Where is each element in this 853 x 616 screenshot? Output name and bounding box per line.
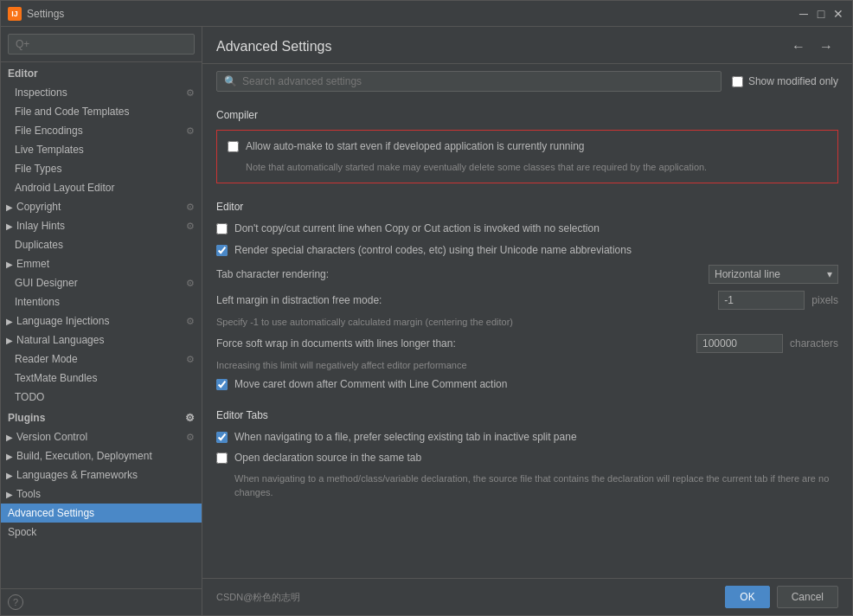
sidebar-item-spock[interactable]: Spock (1, 523, 202, 542)
search-bar: 🔍 (216, 71, 722, 92)
cancel-button[interactable]: Cancel (777, 586, 838, 608)
allow-auto-make-checkbox[interactable] (228, 141, 239, 152)
sidebar-item-file-types[interactable]: File Types (1, 159, 202, 178)
sidebar-search-input[interactable] (8, 34, 195, 55)
search-icon: 🔍 (224, 75, 237, 87)
dropdown-chevron-icon: ▾ (827, 268, 832, 280)
sidebar-item-file-code-templates[interactable]: File and Code Templates (1, 102, 202, 121)
render-special-row: Render special characters (control codes… (216, 243, 838, 258)
sidebar-item-android-layout-editor[interactable]: Android Layout Editor (1, 178, 202, 197)
move-caret-row: Move caret down after Comment with Line … (216, 377, 838, 392)
compiler-section-title: Compiler (216, 109, 838, 121)
main-toolbar: 🔍 Show modified only (202, 64, 852, 99)
sidebar-item-inspections[interactable]: Inspections ⚙ (1, 83, 202, 102)
file-encodings-icon: ⚙ (186, 125, 195, 137)
window-controls: ─ □ ✕ (797, 7, 845, 21)
sidebar-section-plugins: Plugins ⚙ (1, 407, 202, 427)
no-copy-cut-label: Don't copy/cut current line when Copy or… (234, 221, 600, 236)
watermark: CSDN@粉色的志明 (216, 591, 718, 604)
inspections-icon: ⚙ (186, 87, 195, 99)
allow-auto-make-label: Allow auto-make to start even if develop… (246, 139, 585, 154)
force-soft-wrap-unit: characters (790, 337, 838, 350)
no-copy-cut-checkbox[interactable] (216, 223, 228, 234)
open-declaration-same-tab-checkbox[interactable] (216, 452, 228, 464)
nav-buttons: ← → (786, 37, 838, 56)
inlay-hints-icon: ⚙ (186, 221, 195, 232)
sidebar-item-duplicates[interactable]: Duplicates (1, 235, 202, 254)
sidebar-item-reader-mode[interactable]: Reader Mode ⚙ (1, 350, 202, 369)
prefer-existing-tab-checkbox[interactable] (216, 432, 228, 443)
prefer-existing-tab-label: When navigating to a file, prefer select… (234, 430, 577, 445)
allow-auto-make-desc: Note that automatically started make may… (246, 161, 827, 174)
minimize-button[interactable]: ─ (797, 7, 811, 21)
title-bar: IJ Settings ─ □ ✕ (1, 1, 852, 27)
page-title: Advanced Settings (216, 39, 331, 55)
editor-section-title: Editor (216, 201, 838, 213)
sidebar-item-emmet[interactable]: ▶ Emmet (1, 254, 202, 273)
sidebar-item-intentions[interactable]: Intentions (1, 292, 202, 311)
sidebar-item-tools[interactable]: ▶ Tools (1, 484, 202, 504)
sidebar-item-build-execution[interactable]: ▶ Build, Execution, Deployment (1, 446, 202, 465)
force-soft-wrap-input[interactable] (696, 334, 783, 353)
gui-designer-icon: ⚙ (186, 278, 195, 289)
copyright-chevron: ▶ (6, 202, 13, 212)
close-button[interactable]: ✕ (831, 7, 845, 21)
emmet-chevron: ▶ (6, 260, 13, 269)
open-declaration-same-tab-row: Open declaration source in the same tab (216, 451, 838, 465)
left-margin-hint: Specify -1 to use automatically calculat… (216, 317, 838, 327)
sidebar-item-textmate-bundles[interactable]: TextMate Bundles (1, 369, 202, 388)
tab-rendering-row: Tab character rendering: Horizontal line… (216, 265, 838, 284)
help-button[interactable]: ? (8, 594, 23, 610)
language-injections-chevron: ▶ (6, 317, 13, 326)
sidebar-section-editor: Editor (1, 62, 202, 83)
version-control-chevron: ▶ (6, 433, 13, 442)
render-special-checkbox[interactable] (216, 245, 228, 256)
tab-rendering-dropdown[interactable]: Horizontal line ▾ (709, 265, 838, 284)
sidebar-item-languages-frameworks[interactable]: ▶ Languages & Frameworks (1, 465, 202, 484)
window-title: Settings (27, 8, 797, 20)
main-header: Advanced Settings ← → (202, 27, 852, 64)
no-copy-cut-row: Don't copy/cut current line when Copy or… (216, 221, 838, 236)
tab-rendering-value: Horizontal line (715, 268, 780, 280)
sidebar-item-natural-languages[interactable]: ▶ Natural Languages (1, 330, 202, 350)
sidebar-item-todo[interactable]: TODO (1, 388, 202, 407)
nav-forward-button[interactable]: → (814, 37, 838, 56)
left-margin-label: Left margin in distraction free mode: (216, 294, 711, 306)
sidebar-item-inlay-hints[interactable]: ▶ Inlay Hints ⚙ (1, 216, 202, 235)
sidebar-item-copyright[interactable]: ▶ Copyright ⚙ (1, 197, 202, 216)
left-margin-row: Left margin in distraction free mode: pi… (216, 291, 838, 310)
nav-back-button[interactable]: ← (786, 37, 811, 56)
search-input[interactable] (242, 75, 714, 87)
language-injections-icon: ⚙ (186, 316, 195, 327)
ok-button[interactable]: OK (725, 586, 769, 608)
left-margin-input[interactable] (718, 291, 805, 310)
move-caret-label: Move caret down after Comment with Line … (234, 377, 507, 392)
maximize-button[interactable]: □ (814, 7, 828, 21)
show-modified-label[interactable]: Show modified only (748, 75, 838, 87)
force-soft-wrap-hint: Increasing this limit will negatively af… (216, 360, 838, 370)
languages-frameworks-chevron: ▶ (6, 471, 13, 480)
move-caret-checkbox[interactable] (216, 379, 228, 390)
plugins-icon: ⚙ (185, 412, 195, 424)
sidebar-search-container (1, 27, 202, 62)
footer: CSDN@粉色的志明 OK Cancel (202, 578, 852, 615)
sidebar-item-gui-designer[interactable]: GUI Designer ⚙ (1, 273, 202, 292)
editor-tabs-section-title: Editor Tabs (216, 409, 838, 421)
editor-section: Editor Don't copy/cut current line when … (216, 201, 838, 391)
open-declaration-same-tab-desc: When navigating to a method/class/variab… (234, 472, 838, 499)
sidebar-bottom: ? (1, 588, 202, 615)
sidebar-item-live-templates[interactable]: Live Templates (1, 140, 202, 159)
show-modified-checkbox[interactable] (732, 76, 743, 87)
version-control-icon: ⚙ (186, 432, 195, 443)
sidebar-item-version-control[interactable]: ▶ Version Control ⚙ (1, 427, 202, 446)
sidebar-item-advanced-settings[interactable]: Advanced Settings (1, 504, 202, 523)
main-content: Advanced Settings ← → 🔍 Show modified on… (202, 27, 852, 615)
left-margin-unit: pixels (811, 294, 838, 306)
sidebar-item-file-encodings[interactable]: File Encodings ⚙ (1, 121, 202, 140)
sidebar: Editor Inspections ⚙ File and Code Templ… (1, 27, 202, 615)
sidebar-item-language-injections[interactable]: ▶ Language Injections ⚙ (1, 311, 202, 330)
tab-rendering-label: Tab character rendering: (216, 268, 702, 280)
app-icon: IJ (8, 7, 22, 21)
force-soft-wrap-row: Force soft wrap in documents with lines … (216, 334, 838, 353)
inlay-hints-chevron: ▶ (6, 221, 13, 231)
